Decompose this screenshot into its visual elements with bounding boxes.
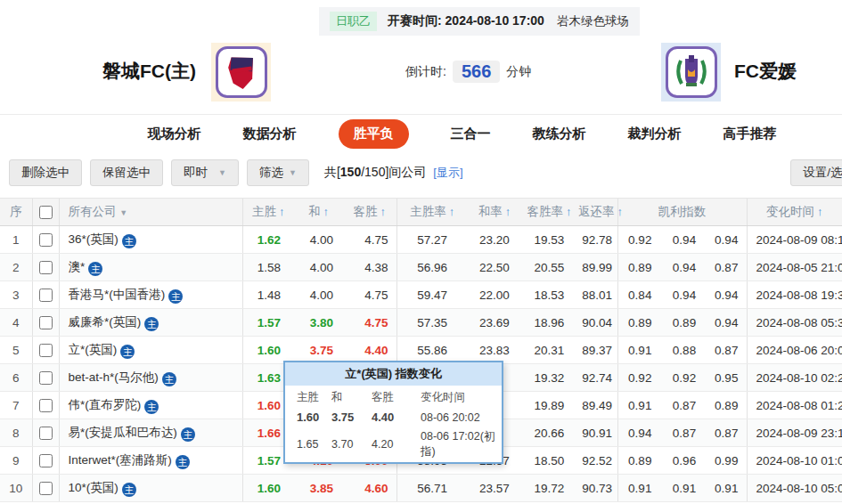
away-team-logo <box>661 43 721 102</box>
draw-odds: 4.00 <box>294 254 343 281</box>
kelly-home: 0.92 <box>617 364 662 392</box>
header-home-rate[interactable]: 主胜率↑ <box>396 199 468 226</box>
away-odds: 4.75 <box>343 226 396 254</box>
row-checkbox[interactable] <box>39 482 53 495</box>
company-cell[interactable]: bet-at-h*(马尔他)主 <box>59 364 242 392</box>
company-cell[interactable]: 立*(英国)主 <box>59 337 242 364</box>
kelly-away: 0.94 <box>707 281 747 309</box>
tab-win-draw-lose[interactable]: 胜平负 <box>339 119 409 149</box>
time-filter-dropdown[interactable]: 即时 ▼ <box>171 159 239 186</box>
company-cell[interactable]: 香港马*(中国香港)主 <box>59 281 242 309</box>
change-time: 2024-08-06 20:03 <box>747 337 842 364</box>
row-checkbox[interactable] <box>39 316 53 329</box>
select-all-checkbox[interactable] <box>39 206 53 219</box>
countdown-unit: 分钟 <box>506 64 531 80</box>
row-checkbox[interactable] <box>39 427 53 440</box>
draw-odds: 3.80 <box>294 309 343 337</box>
main-company-badge-icon: 主 <box>120 345 135 359</box>
kelly-home: 0.89 <box>617 254 662 281</box>
tooltip-home-odds: 1.60 <box>285 408 331 427</box>
tooltip-draw-odds: 3.70 <box>331 427 372 462</box>
header-company[interactable]: 所有公司 ▼ <box>59 199 242 226</box>
table-row: 4威廉希*(英国)主1.573.804.7557.3523.6918.9690.… <box>0 309 842 337</box>
row-seq: 6 <box>0 364 32 392</box>
row-checkbox[interactable] <box>39 233 53 247</box>
kelly-draw: 0.87 <box>662 392 707 419</box>
company-name: 36*(英国) <box>69 232 119 246</box>
settings-select-button[interactable]: 设置/选择 <box>790 159 842 186</box>
delete-selected-button[interactable]: 删除选中 <box>9 159 82 186</box>
return-rate: 92.78 <box>577 226 617 254</box>
company-cell[interactable]: 10*(英国)主 <box>59 475 242 502</box>
company-name: 澳* <box>69 260 86 273</box>
row-checkbox[interactable] <box>39 344 53 357</box>
header-draw-rate[interactable]: 和率↑ <box>468 199 521 226</box>
row-seq: 1 <box>0 226 32 254</box>
sort-asc-icon: ↑ <box>380 205 387 218</box>
header-away-rate[interactable]: 客胜率↑ <box>521 199 577 226</box>
change-time: 2024-08-08 19:32 <box>747 281 842 309</box>
header-return-rate[interactable]: 返还率↑ <box>577 199 617 226</box>
sort-asc-icon: ↑ <box>617 205 624 218</box>
tooltip-header-row: 主胜 和 客胜 变化时间 <box>285 386 502 408</box>
change-time: 2024-08-09 08:19 <box>747 226 842 254</box>
main-company-badge-icon: 主 <box>144 400 159 414</box>
header-change-time[interactable]: 变化时间↑ <box>747 199 842 226</box>
change-time: 2024-08-05 21:02 <box>747 254 842 281</box>
header-seq: 序 <box>0 199 32 226</box>
header-draw-odds[interactable]: 和↑ <box>294 199 343 226</box>
tab-referee-analysis[interactable]: 裁判分析 <box>628 126 682 142</box>
company-cell[interactable]: 威廉希*(英国)主 <box>59 309 242 337</box>
draw-rate: 23.69 <box>468 309 521 337</box>
draw-odds: 3.75 <box>294 337 343 364</box>
tooltip-header-time: 变化时间 <box>421 386 502 408</box>
tab-data-analysis[interactable]: 数据分析 <box>243 126 297 142</box>
row-checkbox[interactable] <box>39 399 53 412</box>
company-count-text: 共[150/150]间公司 <box>324 165 426 181</box>
row-checkbox-cell <box>32 475 59 502</box>
tab-live-analysis[interactable]: 现场分析 <box>148 126 201 142</box>
company-cell[interactable]: Interwet*(塞浦路斯)主 <box>59 447 242 475</box>
table-row: 136*(英国)主1.624.004.7557.2723.2019.5392.7… <box>0 226 842 254</box>
change-time: 2024-08-09 23:14 <box>747 419 842 447</box>
change-time: 2024-08-10 01:06 <box>747 447 842 475</box>
keep-selected-button[interactable]: 保留选中 <box>90 159 163 186</box>
row-seq: 8 <box>0 419 32 447</box>
row-checkbox-cell <box>32 364 59 392</box>
company-cell[interactable]: 澳*主 <box>59 254 242 281</box>
row-checkbox[interactable] <box>39 261 53 274</box>
away-rate: 20.31 <box>521 337 577 364</box>
away-rate: 18.53 <box>521 281 577 309</box>
row-checkbox[interactable] <box>39 289 53 302</box>
header-change-time-label: 变化时间 <box>766 205 814 218</box>
tooltip-away-odds: 4.40 <box>372 408 421 427</box>
tab-three-in-one[interactable]: 三合一 <box>451 126 491 142</box>
show-link[interactable]: [显示] <box>433 165 462 181</box>
header-return-rate-label: 返还率 <box>578 205 615 218</box>
kelly-away: 0.94 <box>707 226 747 254</box>
away-odds: 4.38 <box>343 254 396 281</box>
row-checkbox[interactable] <box>39 454 53 467</box>
kelly-away: 0.87 <box>707 337 747 364</box>
kelly-away: 0.95 <box>707 364 747 392</box>
header-away-odds[interactable]: 客胜↑ <box>343 199 396 226</box>
company-cell[interactable]: 易*(安提瓜和巴布达)主 <box>59 419 242 447</box>
tab-expert-recommend[interactable]: 高手推荐 <box>723 126 777 142</box>
company-cell[interactable]: 36*(英国)主 <box>59 226 242 254</box>
away-odds: 4.75 <box>343 281 396 309</box>
home-rate: 57.27 <box>396 226 468 254</box>
kelly-draw: 0.96 <box>662 447 707 475</box>
filter-dropdown[interactable]: 筛选 ▼ <box>247 159 309 186</box>
home-rate: 57.35 <box>396 309 468 337</box>
kelly-home: 0.91 <box>617 337 662 364</box>
header-home-odds[interactable]: 主胜↑ <box>242 199 294 226</box>
main-company-badge-icon: 主 <box>181 427 195 442</box>
away-rate: 20.55 <box>521 254 577 281</box>
tab-coach-analysis[interactable]: 教练分析 <box>533 126 586 142</box>
tooltip-title: 立*(英国) 指数变化 <box>285 362 502 386</box>
row-checkbox[interactable] <box>39 371 53 385</box>
sort-asc-icon: ↑ <box>323 205 330 218</box>
league-badge: 日职乙 <box>330 12 377 31</box>
change-time: 2024-08-08 05:32 <box>747 309 842 337</box>
company-cell[interactable]: 伟*(直布罗陀)主 <box>59 392 242 419</box>
